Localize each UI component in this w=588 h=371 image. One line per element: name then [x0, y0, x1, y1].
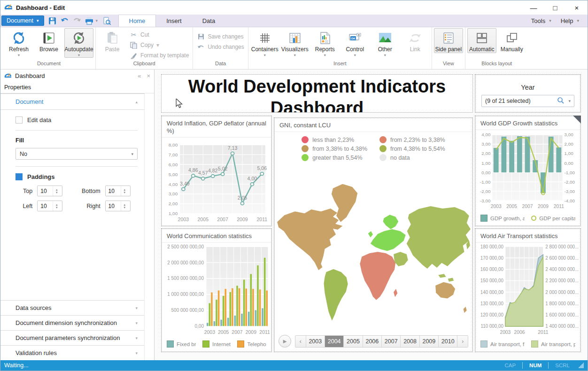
svg-text:-2,00: -2,00: [480, 189, 491, 194]
padding-right-label: Right: [75, 203, 101, 209]
edit-data-checkbox[interactable]: [15, 116, 23, 124]
visualizers-button[interactable]: Visualizers ▾: [280, 28, 309, 58]
browse-button[interactable]: Browse: [34, 28, 63, 58]
gdp-chart-block[interactable]: World GDP Growth statistics 4,003,003,00…: [475, 116, 581, 226]
air-transport-chart-block[interactable]: World Air Transport statistics 180 000,0…: [475, 228, 581, 352]
chevron-down-icon[interactable]: ▾: [568, 99, 571, 103]
section-parameters-sync[interactable]: Document parameters synchronization▾: [0, 330, 144, 345]
gni-map-block[interactable]: GNI, constant LCU less than 2,23% from 2…: [274, 117, 473, 352]
link-button[interactable]: Link: [401, 28, 430, 58]
ribbon-group-blocks-layout: Automatic Manually Blocks layout: [465, 27, 528, 69]
padding-top-stepper[interactable]: ▲▼: [37, 186, 62, 196]
tools-menu[interactable]: Tools▾: [527, 17, 555, 24]
tab-data[interactable]: Data: [192, 15, 225, 27]
close-button[interactable]: ×: [566, 0, 588, 15]
year-filter-block[interactable]: Year (9 of 21 selected) ▾: [475, 74, 581, 113]
collapse-panel-icon[interactable]: «: [138, 72, 141, 79]
side-panel-button[interactable]: Side panel: [434, 28, 463, 53]
svg-text:-4,00: -4,00: [565, 198, 575, 203]
inflation-line-chart[interactable]: 8,007,006,005,004,003,002,001,0020032005…: [162, 138, 271, 225]
save-button[interactable]: [47, 15, 58, 26]
print-dropdown-caret[interactable]: ▾: [96, 18, 101, 23]
maximize-button[interactable]: □: [544, 0, 566, 15]
slider-year-2008[interactable]: 2008: [401, 336, 419, 347]
cut-button[interactable]: ✂Cut: [128, 31, 191, 39]
edit-data-label: Edit data: [27, 116, 51, 124]
sidebar-panel-title: Dashboard: [15, 72, 45, 79]
document-section-header[interactable]: Document▴: [0, 94, 144, 110]
fill-select[interactable]: No▾: [15, 148, 138, 160]
paste-button[interactable]: Paste: [98, 28, 127, 58]
padding-bottom-stepper[interactable]: ▲▼: [105, 186, 131, 196]
slider-prev-button[interactable]: ‹: [295, 336, 306, 347]
air-transport-area-chart[interactable]: 180 000,002 800 000 000...170 000,002 60…: [476, 243, 580, 338]
undo-button[interactable]: [59, 15, 70, 26]
svg-text:2009: 2009: [237, 217, 248, 223]
svg-text:0,00: 0,00: [195, 324, 204, 329]
undo-changes-button[interactable]: Undo changes: [195, 43, 246, 51]
resize-grip[interactable]: [578, 363, 584, 368]
tab-insert[interactable]: Insert: [156, 15, 192, 27]
save-changes-button[interactable]: Save changes: [195, 33, 246, 40]
ribbon-group-insert: Containers ▾ Visualizers ▾ Reports ▾: [248, 27, 432, 69]
design-surface[interactable]: World Development Indicators Dashboard Y…: [155, 70, 588, 360]
autoupdate-button[interactable]: Autoupdate ▾: [64, 28, 93, 58]
communication-bar-chart[interactable]: 2 500 000 000,002 000 000 000,001 500 00…: [162, 243, 271, 338]
padding-right-stepper[interactable]: ▲▼: [105, 201, 131, 211]
slider-year-2006[interactable]: 2006: [363, 336, 382, 347]
document-menu-button[interactable]: Document▾: [1, 15, 44, 26]
paddings-label: Paddings: [27, 173, 55, 180]
slider-year-2010[interactable]: 2010: [439, 336, 457, 347]
world-map[interactable]: [275, 163, 472, 332]
section-data-sources[interactable]: Data sources▾: [0, 300, 144, 315]
paddings-checkbox[interactable]: [15, 173, 23, 180]
minimize-button[interactable]: —: [523, 0, 544, 15]
slider-next-button[interactable]: ›: [457, 336, 468, 347]
format-by-template-button[interactable]: Format by template: [128, 52, 191, 59]
svg-text:2011: 2011: [554, 204, 564, 209]
slider-year-2005[interactable]: 2005: [344, 336, 363, 347]
refresh-button[interactable]: Refresh ▾: [4, 28, 33, 58]
control-button[interactable]: OK Control ▾: [340, 28, 370, 58]
dashboard-title-block[interactable]: World Development Indicators Dashboard: [161, 74, 473, 113]
search-icon[interactable]: [557, 97, 564, 105]
manually-layout-button[interactable]: Manually: [497, 28, 526, 53]
section-validation-rules[interactable]: Validation rules▾: [0, 345, 144, 360]
tab-home[interactable]: Home: [118, 15, 156, 27]
inflation-chart-block[interactable]: World Inflation, GDP deflator (annual %)…: [161, 116, 272, 226]
window-title: Dashboard - Edit: [16, 4, 65, 11]
legend-range-2: from 3,38% to 4,38%: [302, 145, 367, 152]
containers-button[interactable]: Containers ▾: [250, 28, 279, 58]
slider-year-2009[interactable]: 2009: [420, 336, 439, 347]
chevron-down-icon: ▾: [78, 54, 80, 57]
automatic-layout-button[interactable]: Automatic: [467, 28, 496, 53]
help-menu[interactable]: Help▾: [557, 17, 583, 24]
print-preview-button[interactable]: [101, 15, 113, 26]
svg-text:3,00: 3,00: [169, 192, 178, 197]
close-panel-icon[interactable]: ×: [147, 72, 150, 79]
section-dimension-sync[interactable]: Document dimension synchronization▾: [0, 315, 144, 330]
play-button[interactable]: ▶: [279, 335, 291, 348]
reports-button[interactable]: Reports ▾: [310, 28, 340, 58]
communication-chart-block[interactable]: World Communication statistics 2 500 000…: [161, 228, 272, 352]
copy-button[interactable]: Copy ▾: [128, 41, 191, 49]
year-combo-box[interactable]: (9 of 21 selected) ▾: [481, 95, 574, 107]
other-button[interactable]: Other ▾: [371, 28, 400, 58]
slider-year-2004[interactable]: 2004: [325, 336, 344, 347]
svg-text:2,00: 2,00: [481, 151, 491, 156]
status-message: Waiting...: [4, 362, 29, 369]
legend-gdp-per-capita: GDP per capita...: [531, 216, 575, 221]
svg-text:-1,00: -1,00: [565, 170, 575, 175]
chevron-down-icon: ▾: [131, 152, 133, 156]
svg-text:2011: 2011: [259, 329, 270, 335]
year-slider: ▶ ‹ 2003 2004 2005 2006 2007 2008 2009 2…: [275, 332, 472, 351]
properties-sidebar: Dashboard « × Properties Document▴ Edit …: [0, 70, 155, 360]
slider-year-2003[interactable]: 2003: [306, 336, 325, 347]
svg-text:1 400 000 000...: 1 400 000 000...: [545, 324, 579, 329]
svg-text:130 000,00: 130 000,00: [480, 301, 504, 306]
print-button[interactable]: [84, 15, 95, 26]
redo-button[interactable]: [71, 15, 83, 26]
gdp-combo-chart[interactable]: 4,003,003,002,002,001,001,000,000,00-1,0…: [476, 130, 580, 212]
slider-year-2007[interactable]: 2007: [382, 336, 401, 347]
padding-left-stepper[interactable]: ▲▼: [37, 201, 62, 211]
